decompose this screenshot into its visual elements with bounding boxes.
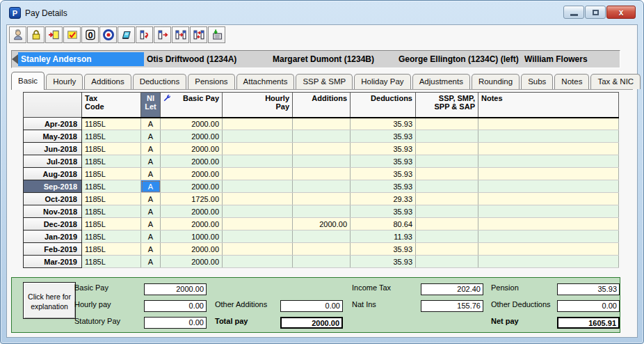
ssp-smp-cell[interactable] xyxy=(416,205,478,218)
basic-pay-cell[interactable]: 1725.00 xyxy=(161,193,223,205)
additions-cell[interactable] xyxy=(293,155,351,168)
hourly-pay-cell[interactable] xyxy=(223,180,293,193)
ni-letter-cell[interactable]: A xyxy=(141,193,161,205)
notes-cell[interactable] xyxy=(478,143,619,155)
hourly-pay-cell[interactable] xyxy=(223,205,293,218)
additions-cell[interactable]: 2000.00 xyxy=(293,218,351,230)
additions-cell[interactable] xyxy=(293,256,351,268)
ni-letter-cell[interactable]: A xyxy=(141,143,161,155)
column-paste-icon[interactable] xyxy=(154,26,171,43)
notes-cell[interactable] xyxy=(478,218,619,230)
hourly-pay-cell[interactable] xyxy=(223,256,293,268)
deductions-cell[interactable]: 35.93 xyxy=(351,168,416,180)
ni-letter-cell[interactable]: A xyxy=(141,168,161,180)
month-row-header[interactable]: Dec-2018 xyxy=(24,218,82,230)
deductions-cell[interactable]: 11.93 xyxy=(351,230,416,243)
month-row-header[interactable]: Feb-2019 xyxy=(24,243,82,256)
ssp-smp-cell[interactable] xyxy=(416,193,478,205)
basic-pay-cell[interactable]: 2000.00 xyxy=(161,180,223,193)
tab[interactable]: Pensions xyxy=(188,74,234,89)
ni-letter-cell[interactable]: A xyxy=(141,230,161,243)
tab[interactable]: Subs xyxy=(521,74,553,89)
tax-code-cell[interactable]: 1185L xyxy=(82,180,141,193)
basic-pay-cell[interactable]: 2000.00 xyxy=(161,243,223,256)
ssp-smp-cell[interactable] xyxy=(416,218,478,230)
month-row-header[interactable]: Oct-2018 xyxy=(24,193,82,205)
basic-pay-cell[interactable]: 2000.00 xyxy=(161,130,223,143)
target-icon[interactable] xyxy=(99,26,117,43)
ssp-smp-cell[interactable] xyxy=(416,118,478,130)
month-row-header[interactable]: Mar-2019 xyxy=(24,256,82,268)
month-row-header[interactable]: May-2018 xyxy=(24,130,82,143)
additions-cell[interactable] xyxy=(293,205,351,218)
nat-ins-field[interactable]: 155.76 xyxy=(421,300,483,312)
tab[interactable]: Tax & NIC xyxy=(590,74,641,89)
hourly-pay-cell[interactable] xyxy=(223,230,293,243)
hourly-pay-cell[interactable] xyxy=(223,168,293,180)
additions-cell[interactable] xyxy=(293,143,351,155)
basic-pay-cell[interactable]: 2000.00 xyxy=(161,205,223,218)
statutory-pay-field[interactable]: 0.00 xyxy=(144,317,207,329)
notes-cell[interactable] xyxy=(478,243,619,256)
calculator-import-icon[interactable] xyxy=(208,26,225,43)
additions-cell[interactable] xyxy=(293,130,351,143)
additions-cell[interactable] xyxy=(293,193,351,205)
note-import-icon[interactable] xyxy=(45,26,63,43)
tab[interactable]: Rounding xyxy=(472,74,520,89)
tax-code-cell[interactable]: 1185L xyxy=(82,230,141,243)
basic-pay-cell[interactable]: 2000.00 xyxy=(161,143,223,155)
basic-pay-cell[interactable]: 1000.00 xyxy=(161,230,223,243)
additions-cell[interactable] xyxy=(293,230,351,243)
ssp-smp-cell[interactable] xyxy=(416,155,478,168)
tab[interactable]: Attachments xyxy=(236,74,295,89)
tax-code-cell[interactable]: 1185L xyxy=(82,130,141,143)
basic-pay-cell[interactable]: 2000.00 xyxy=(161,218,223,230)
notes-cell[interactable] xyxy=(478,155,619,168)
previous-employee-button[interactable] xyxy=(12,51,18,68)
tab[interactable]: Holiday Pay xyxy=(354,74,410,89)
additions-cell[interactable] xyxy=(293,168,351,180)
other-additions-field[interactable]: 0.00 xyxy=(280,300,343,312)
month-row-header[interactable]: Jun-2018 xyxy=(24,143,82,155)
ssp-smp-cell[interactable] xyxy=(416,180,478,193)
other-deductions-field[interactable]: 0.00 xyxy=(557,300,620,312)
basic-pay-cell[interactable]: 2000.00 xyxy=(161,118,223,130)
minimize-button[interactable] xyxy=(563,6,584,19)
lock-icon[interactable] xyxy=(27,26,45,43)
notes-cell[interactable] xyxy=(478,168,619,180)
net-pay-field[interactable]: 1605.91 xyxy=(557,317,620,329)
hourly-pay-cell[interactable] xyxy=(223,193,293,205)
tab[interactable]: Notes xyxy=(554,74,589,89)
deductions-cell[interactable]: 35.93 xyxy=(351,243,416,256)
notebook-icon[interactable] xyxy=(118,26,135,43)
ni-letter-cell[interactable]: A xyxy=(141,256,161,268)
employee-tab[interactable]: Otis Driftwood (1234A) xyxy=(144,52,270,66)
tax-code-cell[interactable]: 1185L xyxy=(82,143,141,155)
basic-pay-cell[interactable]: 2000.00 xyxy=(161,155,223,168)
month-row-header[interactable]: Jan-2019 xyxy=(24,230,82,243)
deductions-cell[interactable]: 35.93 xyxy=(351,205,416,218)
notes-cell[interactable] xyxy=(478,230,619,243)
ssp-smp-cell[interactable] xyxy=(416,130,478,143)
deductions-cell[interactable]: 35.93 xyxy=(351,143,416,155)
hourly-pay-cell[interactable] xyxy=(223,118,293,130)
tax-code-cell[interactable]: 1185L xyxy=(82,118,141,130)
employee-tab[interactable]: George Ellington (1234C) (left) xyxy=(396,52,522,66)
column-redo-icon[interactable] xyxy=(136,26,153,43)
close-button[interactable]: x xyxy=(606,6,636,19)
ni-letter-cell[interactable]: A xyxy=(141,205,161,218)
explanation-button[interactable]: Click here for explanation xyxy=(23,282,76,319)
hourly-pay-cell[interactable] xyxy=(223,218,293,230)
ssp-smp-cell[interactable] xyxy=(416,243,478,256)
hourly-pay-cell[interactable] xyxy=(223,143,293,155)
restore-button[interactable] xyxy=(585,6,606,19)
month-row-header[interactable]: Nov-2018 xyxy=(24,205,82,218)
tab[interactable]: Adjustments xyxy=(412,74,470,89)
ni-letter-cell[interactable]: A xyxy=(141,130,161,143)
ni-letter-cell[interactable]: A xyxy=(141,243,161,256)
notes-cell[interactable] xyxy=(478,205,619,218)
tab[interactable]: Hourly xyxy=(46,74,83,89)
employee-tab[interactable]: Stanley Anderson xyxy=(18,52,144,66)
ssp-smp-cell[interactable] xyxy=(416,230,478,243)
month-row-header[interactable]: Sep-2018 xyxy=(24,180,82,193)
